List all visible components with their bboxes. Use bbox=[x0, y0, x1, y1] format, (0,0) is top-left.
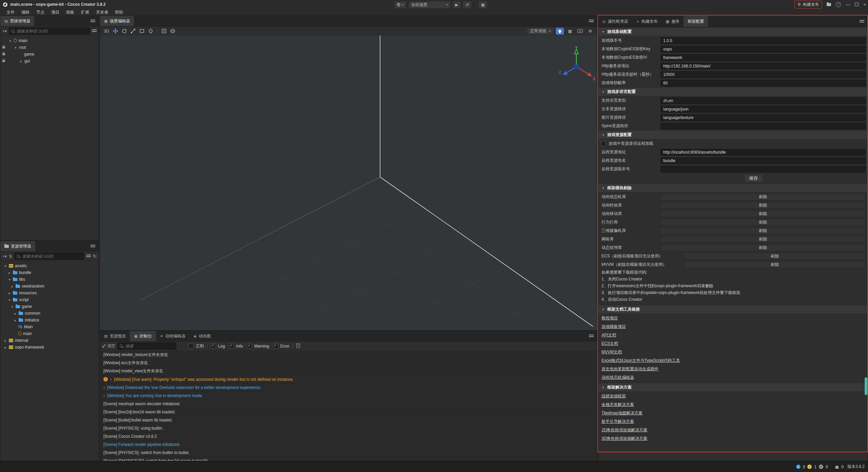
log-row[interactable]: [Scene] Cocos Creator v3.8.2 bbox=[100, 432, 597, 440]
axis-gizmo[interactable]: Y X Z bbox=[556, 46, 597, 86]
asset-node[interactable]: ▸internal bbox=[0, 337, 99, 344]
asset-node[interactable]: TSMain bbox=[0, 323, 99, 330]
doc-link[interactable]: 教程项目 bbox=[601, 314, 618, 322]
asset-node[interactable]: ▾assets bbox=[0, 262, 99, 269]
section-solutions[interactable]: ▾框架解决方案 bbox=[598, 383, 868, 392]
close-button[interactable]: × bbox=[863, 2, 866, 7]
doc-link[interactable]: MVVM文档 bbox=[601, 348, 622, 356]
info-count-icon[interactable]: i bbox=[796, 465, 801, 469]
solution-link[interactable]: 全栈开发解决方案 bbox=[601, 400, 634, 409]
scene-viewport[interactable]: Y X Z bbox=[100, 36, 597, 330]
log-row-warning[interactable]: ! › [Window] [Vue warn]: Property "onInp… bbox=[100, 375, 597, 383]
help-icon[interactable]: ? bbox=[836, 2, 841, 7]
asset-node[interactable]: ▸resources bbox=[0, 290, 99, 296]
assets-menu-icon[interactable] bbox=[91, 245, 95, 248]
log-row-info[interactable]: ›[Window] You are running Vue in develop… bbox=[100, 392, 597, 400]
remote-load-checkbox[interactable] bbox=[601, 141, 606, 146]
section-module-removal[interactable]: ▾框架模块剔除 bbox=[598, 183, 868, 193]
filter-log-checkbox[interactable] bbox=[211, 343, 216, 349]
languages-input[interactable] bbox=[660, 97, 866, 104]
rotate-tool-icon[interactable] bbox=[120, 28, 128, 35]
console-search[interactable] bbox=[117, 342, 176, 350]
game-version-input[interactable] bbox=[660, 37, 866, 44]
tab-animation-graph[interactable]: ◈动画图 bbox=[190, 331, 215, 341]
solution-link[interactable]: 2D角色扮演游戏解决方案 bbox=[601, 426, 647, 434]
refresh-icon[interactable]: ↻ bbox=[93, 254, 97, 259]
remove-module-button[interactable]: 剔除 bbox=[660, 210, 866, 217]
chevron-right-icon[interactable]: ▸ bbox=[19, 59, 23, 63]
minimize-button[interactable]: — bbox=[846, 2, 850, 7]
doc-link[interactable]: API文档 bbox=[601, 331, 616, 339]
log-row[interactable]: [Scene] [bullet]:bullet wasm lib loaded. bbox=[100, 416, 597, 424]
asset-node[interactable]: ▸oops-framework bbox=[0, 344, 99, 351]
scene-menu-icon[interactable] bbox=[589, 20, 594, 23]
menu-help[interactable]: 帮助 bbox=[112, 9, 126, 15]
hierarchy-search-input[interactable] bbox=[16, 28, 87, 34]
http-server-input[interactable] bbox=[660, 63, 866, 70]
solution-link[interactable]: Tiledmap地图解决方案 bbox=[601, 409, 643, 417]
error-count-icon[interactable]: ✕ bbox=[819, 465, 823, 469]
remote-url-input[interactable] bbox=[660, 149, 866, 156]
menu-extension[interactable]: 扩展 bbox=[78, 9, 92, 15]
http-timeout-input[interactable] bbox=[660, 71, 866, 78]
frame-rate-input[interactable] bbox=[660, 80, 866, 86]
remove-module-button[interactable]: 剔除 bbox=[660, 227, 866, 234]
hierarchy-node-root[interactable]: ▾ root bbox=[0, 44, 99, 51]
log-row[interactable]: [Window] render_texture文件夹存在 bbox=[100, 351, 597, 359]
menu-panel[interactable]: 面板 bbox=[63, 9, 77, 15]
platform-select[interactable]: ▾ bbox=[394, 1, 407, 8]
chevron-down-icon[interactable]: ▾ bbox=[14, 46, 17, 50]
section-resource-config[interactable]: ▾游戏资源配置 bbox=[598, 130, 868, 139]
filter-warning-checkbox[interactable] bbox=[247, 343, 252, 349]
chevron-down-icon[interactable]: ▾ bbox=[8, 39, 12, 43]
hierarchy-node-game[interactable]: game bbox=[0, 51, 99, 58]
coordinate-toggle-icon[interactable] bbox=[169, 28, 176, 35]
asset-node[interactable]: ▾libs bbox=[0, 276, 99, 283]
tab-assets[interactable]: 资源管理器 bbox=[0, 241, 35, 251]
log-row[interactable]: [Scene] [box2d]:box2d wasm lib loaded. bbox=[100, 408, 597, 416]
log-row[interactable]: [Scene] [PHYSICS]: using builtin. bbox=[100, 424, 597, 432]
save-button[interactable]: 保存 bbox=[744, 174, 763, 182]
hierarchy-filter-icon[interactable] bbox=[92, 29, 97, 33]
log-row-info[interactable]: [Scene] Forward render pipeline initiali… bbox=[100, 440, 597, 449]
menu-developer[interactable]: 开发者 bbox=[93, 9, 111, 15]
scrollbar-thumb[interactable] bbox=[865, 377, 867, 395]
expand-caret-icon[interactable]: › bbox=[103, 385, 105, 390]
move-tool-icon[interactable] bbox=[112, 28, 119, 35]
log-row[interactable]: [Scene] [PHYSICS2D]: switch from box2d-w… bbox=[100, 457, 597, 461]
remove-module-button[interactable]: 剔除 bbox=[660, 202, 866, 209]
doc-link[interactable]: ECS文档 bbox=[601, 339, 618, 348]
asset-node[interactable]: ▾script bbox=[0, 296, 99, 303]
doc-link[interactable]: 游戏模板项目 bbox=[601, 322, 626, 331]
console-menu-icon[interactable] bbox=[589, 335, 594, 338]
filter-info-checkbox[interactable] bbox=[229, 343, 234, 349]
solution-link[interactable]: 新手引导解决方案 bbox=[601, 417, 634, 426]
scene-settings-button[interactable]: ⚙ bbox=[586, 28, 594, 35]
assets-search-input[interactable] bbox=[21, 254, 82, 259]
tab-console[interactable]: ▣控制台 bbox=[130, 331, 156, 341]
build-publish-button[interactable]: ⚙ 构建发布 bbox=[794, 1, 822, 8]
assets-search[interactable] bbox=[14, 253, 84, 260]
asset-node[interactable]: main bbox=[0, 330, 99, 337]
crypto-key-input[interactable] bbox=[660, 46, 866, 53]
solution-link[interactable]: 战棋游戏框架 bbox=[601, 392, 626, 400]
step-button[interactable]: ↺ bbox=[463, 1, 472, 8]
view-mode-select[interactable]: 正常浏览 ▾ bbox=[527, 27, 554, 35]
tab-framework-config[interactable]: 框架配置 bbox=[684, 16, 708, 27]
hierarchy-node-gui[interactable]: ▸ gui bbox=[0, 58, 99, 64]
hierarchy-menu-icon[interactable] bbox=[91, 20, 95, 23]
remove-module-button[interactable]: 剔除 bbox=[660, 219, 866, 226]
log-file-icon[interactable] bbox=[296, 343, 300, 349]
menu-node[interactable]: 节点 bbox=[33, 9, 47, 15]
grid-toggle-button[interactable]: ▦ bbox=[566, 28, 574, 35]
open-project-folder-icon[interactable] bbox=[827, 3, 831, 6]
doc-link[interactable]: 原生包热更新配置自动生成插件 bbox=[601, 365, 658, 373]
lang-texture-path-input[interactable] bbox=[660, 114, 866, 121]
warning-count-icon[interactable]: ! bbox=[807, 465, 812, 469]
remove-module-button[interactable]: 剔除 bbox=[660, 193, 866, 200]
camera-settings-button[interactable] bbox=[576, 28, 584, 35]
tab-animation-editor[interactable]: ✦动画编辑器 bbox=[156, 331, 190, 341]
menu-edit[interactable]: 编辑 bbox=[18, 9, 33, 15]
expand-caret-icon[interactable]: › bbox=[110, 377, 112, 382]
spine-path-input[interactable] bbox=[660, 123, 866, 130]
